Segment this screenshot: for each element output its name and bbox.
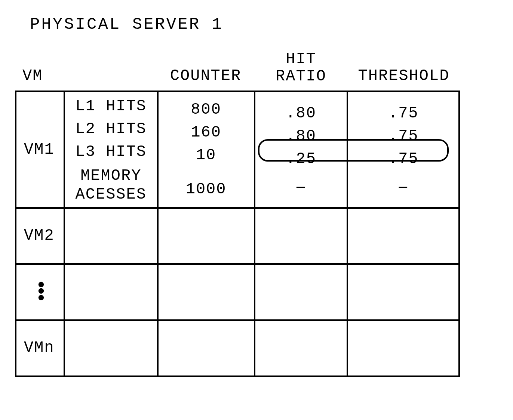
cell-vm-ellipsis: ••• <box>16 264 64 320</box>
cell-counters <box>158 264 255 320</box>
vm-table: VM1 L1 HITS L2 HITS L3 HITS MEMORYACESSE… <box>15 91 460 377</box>
cell-thresholds <box>347 320 459 376</box>
cell-metrics <box>64 320 158 376</box>
ratio-memory: – <box>295 178 307 197</box>
ratio-l1: .80 <box>286 102 316 125</box>
threshold-memory: – <box>397 178 409 197</box>
diagram-title: PHYSICAL SERVER 1 <box>30 15 498 34</box>
table-row-vmn: VMn <box>16 320 459 376</box>
column-headers: VM COUNTER HITRATIO THRESHOLD <box>15 49 498 87</box>
counter-memory: 1000 <box>186 178 227 201</box>
cell-ratios <box>255 264 348 320</box>
table-container: VM1 L1 HITS L2 HITS L3 HITS MEMORYACESSE… <box>15 91 498 377</box>
cell-thresholds: .75 .75 .75 – <box>347 91 459 208</box>
cell-metrics: L1 HITS L2 HITS L3 HITS MEMORYACESSES <box>64 91 158 208</box>
threshold-l3: .75 <box>388 148 419 171</box>
cell-counters <box>158 208 255 264</box>
cell-ratios <box>255 320 348 376</box>
table-row-vm2: VM2 <box>16 208 459 264</box>
cell-thresholds <box>347 208 459 264</box>
metric-l1: L1 HITS <box>76 95 147 118</box>
header-vm: VM <box>15 65 64 87</box>
cell-counters: 800 160 10 1000 <box>158 91 255 208</box>
metric-l2: L2 HITS <box>76 118 147 141</box>
cell-ratios <box>255 208 348 264</box>
cell-metrics <box>64 208 158 264</box>
counter-l1: 800 <box>191 98 221 121</box>
cell-vm-label: VMn <box>16 320 64 376</box>
counter-l2: 160 <box>191 121 221 144</box>
metric-l3: L3 HITS <box>76 141 147 163</box>
cell-counters <box>158 320 255 376</box>
header-hit-ratio: HITRATIO <box>254 49 348 87</box>
ratio-l2: .80 <box>286 125 316 148</box>
cell-ratios: .80 .80 .25 – <box>255 91 348 208</box>
threshold-l1: .75 <box>388 102 419 125</box>
ratio-l3: .25 <box>286 148 316 171</box>
cell-vm-label: VM2 <box>16 208 64 264</box>
table-row-vm1: VM1 L1 HITS L2 HITS L3 HITS MEMORYACESSE… <box>16 91 459 208</box>
counter-l3: 10 <box>196 144 216 167</box>
cell-metrics <box>64 264 158 320</box>
table-row-ellipsis: ••• <box>16 264 459 320</box>
cell-vm-label: VM1 <box>16 91 64 208</box>
header-counter: COUNTER <box>157 65 254 87</box>
vertical-ellipsis-icon: ••• <box>24 282 59 302</box>
header-threshold: THRESHOLD <box>348 65 460 87</box>
cell-thresholds <box>347 264 459 320</box>
threshold-l2: .75 <box>388 125 419 148</box>
metric-memory: MEMORYACESSES <box>76 166 147 204</box>
header-blank <box>64 83 157 87</box>
